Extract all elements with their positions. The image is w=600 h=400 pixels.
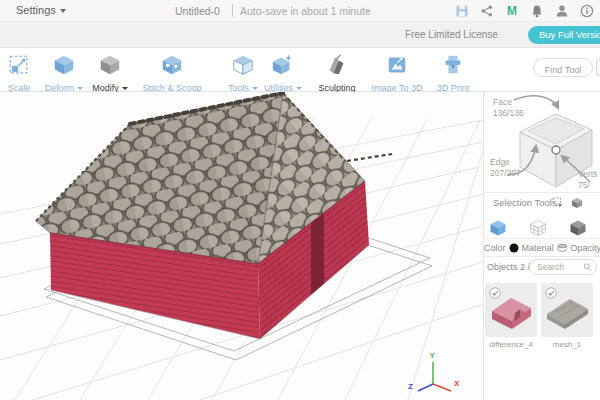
right-panel: Face136/136 Edge207/207 Verts75/ Selecti… — [483, 92, 600, 400]
document-title: Untitled-0 — [175, 5, 220, 17]
deform-cube-icon — [52, 53, 76, 77]
axis-x-label: X — [454, 379, 460, 388]
scale-icon — [7, 53, 31, 77]
search-icon — [583, 261, 592, 273]
toolbar-item-utilities[interactable]: Utilities — [252, 53, 314, 89]
face-count: Face136/136 — [493, 97, 524, 119]
house-model[interactable] — [36, 93, 392, 339]
check-icon[interactable] — [545, 287, 557, 299]
modify-cube-icon — [98, 53, 122, 77]
viewport-canvas[interactable]: Y X Z — [0, 92, 483, 400]
selection-tools-title: Selection Tools — [493, 197, 557, 208]
axis-gizmo: Y X Z — [408, 351, 460, 391]
solid-cube-icon — [489, 219, 507, 237]
license-status: Free Limited License — [405, 29, 498, 40]
panel-divider — [484, 256, 600, 257]
tab-material[interactable]: Material — [522, 243, 554, 253]
select-mode-dark[interactable] — [564, 216, 592, 240]
save-icon[interactable] — [455, 4, 469, 18]
toolbar-item-stitch-scoop[interactable]: Stitch & Scoop — [134, 53, 210, 89]
notifications-bell-icon[interactable] — [530, 4, 544, 18]
utilities-icon — [271, 53, 295, 77]
chevron-down-icon — [60, 9, 66, 13]
verts-count: Verts75/ — [578, 169, 597, 191]
3d-print-icon — [441, 53, 465, 77]
objects-search-input[interactable] — [537, 262, 583, 272]
wireframe-cube-icon — [529, 219, 547, 237]
toolbar-overflow-button[interactable] — [596, 59, 600, 76]
object-name: difference_4 — [485, 340, 537, 349]
material-layers-icon[interactable] — [557, 243, 568, 253]
chevron-down-icon — [296, 87, 302, 90]
axis-y-label: Y — [430, 351, 436, 360]
license-bar: Free Limited License Buy Full Version — [0, 22, 600, 48]
check-icon[interactable] — [489, 287, 501, 299]
object-name: mesh_1 — [541, 340, 593, 349]
settings-label: Settings — [16, 4, 56, 16]
sculpting-icon — [325, 53, 349, 77]
myminifactory-logo-icon[interactable]: M — [505, 4, 519, 18]
panel-divider — [484, 192, 600, 193]
stitch-scoop-icon — [160, 53, 184, 77]
chevron-down-icon — [122, 87, 128, 90]
appearance-tabs: Color Material Opacity — [484, 241, 600, 255]
share-icon[interactable] — [480, 4, 494, 18]
panel-divider — [484, 238, 600, 239]
roof-far-tiles — [347, 154, 392, 161]
buy-full-version-button[interactable]: Buy Full Version — [528, 26, 600, 44]
wall-notch-opening — [311, 213, 324, 295]
object-card-mesh-1[interactable]: mesh_1 — [541, 283, 593, 349]
select-mode-solid[interactable] — [484, 216, 512, 240]
info-icon[interactable] — [580, 4, 594, 18]
autosave-status: Auto-save in about 1 minute — [240, 5, 371, 17]
cube-select-icon[interactable] — [571, 197, 583, 209]
tab-color[interactable]: Color — [484, 243, 506, 253]
object-thumbnail — [485, 283, 537, 337]
tab-opacity[interactable]: Opacity — [570, 243, 600, 253]
find-tool-input[interactable] — [534, 62, 592, 79]
toolbar-item-sculpting[interactable]: Sculpting — [307, 53, 367, 89]
color-swatch-icon[interactable] — [509, 243, 519, 253]
edge-count: Edge207/207 — [490, 157, 521, 179]
marquee-select-icon[interactable] — [552, 197, 564, 209]
find-tool-search[interactable] — [533, 58, 593, 77]
object-card-difference-4[interactable]: difference_4 — [485, 283, 537, 349]
objects-search[interactable] — [529, 259, 597, 275]
toolbar-item-3d-print[interactable]: 3D Print — [423, 53, 483, 89]
dark-cube-icon — [569, 219, 587, 237]
toolbar-item-modify[interactable]: Modify — [82, 53, 138, 89]
axis-z-label: Z — [408, 382, 413, 391]
title-divider — [232, 4, 233, 17]
object-thumbnail — [541, 283, 593, 337]
account-icon[interactable] — [555, 4, 569, 18]
settings-menu[interactable]: Settings — [16, 4, 66, 16]
select-mode-wireframe[interactable] — [524, 216, 552, 240]
main-toolbar: Scale Deform Modify Stitch & Scoop Tools… — [0, 48, 600, 92]
image-to-3d-icon — [385, 53, 409, 77]
viewport-3d[interactable]: Y X Z — [0, 92, 483, 400]
top-bar: Settings Untitled-0 Auto-save in about 1… — [0, 0, 600, 22]
